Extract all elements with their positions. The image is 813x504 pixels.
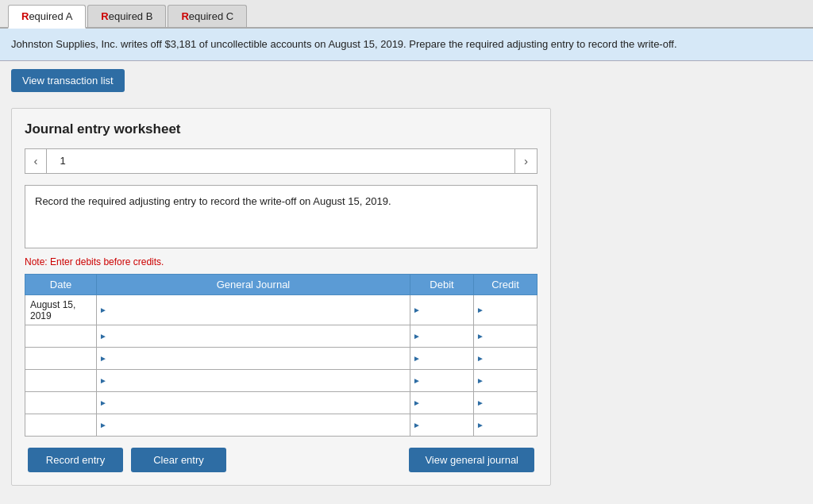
entry-description-box: Record the required adjusting entry to r… xyxy=(25,185,538,248)
nav-tab-spacer xyxy=(79,148,515,174)
credit-input-3[interactable] xyxy=(487,351,537,366)
debit-arrow-icon-2: ► xyxy=(410,332,423,340)
nav-row: ‹ 1 › xyxy=(25,148,538,174)
credit-arrow-icon-3: ► xyxy=(474,354,487,363)
worksheet-title: Journal entry worksheet xyxy=(25,121,538,137)
journal-arrow-icon-6: ► xyxy=(97,421,110,429)
entry-description-text: Record the required adjusting entry to r… xyxy=(35,195,391,207)
debit-arrow-icon-3: ► xyxy=(410,354,423,363)
date-cell-3 xyxy=(25,347,97,369)
journal-table: Date General Journal Debit Credit August… xyxy=(25,274,538,437)
journal-cell-4[interactable]: ► xyxy=(97,369,410,391)
debit-input-2[interactable] xyxy=(423,329,473,344)
journal-cell-5[interactable]: ► xyxy=(97,391,410,414)
debit-input-5[interactable] xyxy=(423,395,473,410)
debit-cell-1[interactable]: ► xyxy=(410,294,474,325)
worksheet-card: Journal entry worksheet ‹ 1 › Record the… xyxy=(11,108,551,486)
table-row: ► ► ► xyxy=(25,325,538,347)
table-row: August 15,2019 ► ► ► xyxy=(25,294,538,325)
credit-arrow-icon-1: ► xyxy=(474,306,487,314)
col-header-date: Date xyxy=(25,274,97,294)
credit-cell-3[interactable]: ► xyxy=(474,347,538,369)
debit-cell-2[interactable]: ► xyxy=(410,325,474,347)
table-row: ► ► ► xyxy=(25,369,538,391)
debit-arrow-icon-4: ► xyxy=(410,376,423,385)
credit-cell-1[interactable]: ► xyxy=(474,294,538,325)
debit-arrow-icon-5: ► xyxy=(410,398,423,407)
date-cell-6 xyxy=(25,414,97,436)
debit-input-4[interactable] xyxy=(423,373,473,388)
date-cell-5 xyxy=(25,391,97,414)
credit-arrow-icon-4: ► xyxy=(474,376,487,385)
tab-required-a[interactable]: Required A xyxy=(8,5,86,29)
date-cell-2 xyxy=(25,325,97,347)
credit-input-2[interactable] xyxy=(487,329,537,344)
credit-input-6[interactable] xyxy=(487,417,537,433)
journal-cell-3[interactable]: ► xyxy=(97,347,410,369)
debit-input-6[interactable] xyxy=(423,417,473,433)
next-page-button[interactable]: › xyxy=(515,148,538,174)
journal-arrow-icon-4: ► xyxy=(97,376,110,385)
credit-input-1[interactable] xyxy=(487,302,537,317)
journal-input-2[interactable] xyxy=(110,329,410,344)
prev-page-button[interactable]: ‹ xyxy=(25,148,47,174)
debit-cell-4[interactable]: ► xyxy=(410,369,474,391)
tab-a-red-letter: R xyxy=(21,10,29,22)
tab-b-red-letter: R xyxy=(101,10,108,22)
journal-input-5[interactable] xyxy=(110,395,410,410)
view-general-journal-button[interactable]: View general journal xyxy=(409,448,534,472)
clear-entry-button[interactable]: Clear entry xyxy=(131,448,226,472)
credit-input-4[interactable] xyxy=(487,373,537,388)
credit-cell-5[interactable]: ► xyxy=(474,391,538,414)
view-transaction-list-button[interactable]: View transaction list xyxy=(11,69,125,92)
col-header-general-journal: General Journal xyxy=(97,274,410,294)
journal-arrow-icon-5: ► xyxy=(97,398,110,407)
journal-input-1[interactable] xyxy=(110,302,410,317)
table-row: ► ► ► xyxy=(25,414,538,436)
journal-arrow-icon-1: ► xyxy=(97,306,110,314)
debit-input-1[interactable] xyxy=(423,302,473,317)
table-row: ► ► ► xyxy=(25,347,538,369)
note-text: Note: Enter debits before credits. xyxy=(25,256,538,267)
credit-arrow-icon-2: ► xyxy=(474,332,487,340)
table-row: ► ► ► xyxy=(25,391,538,414)
debit-arrow-icon-1: ► xyxy=(410,306,423,314)
credit-arrow-icon-5: ► xyxy=(474,398,487,407)
tab-a-label: equired A xyxy=(29,10,72,22)
credit-arrow-icon-6: ► xyxy=(474,421,487,429)
debit-arrow-icon-6: ► xyxy=(410,421,423,429)
debit-cell-6[interactable]: ► xyxy=(410,414,474,436)
journal-cell-1[interactable]: ► xyxy=(97,294,410,325)
tab-c-red-letter: R xyxy=(181,10,188,22)
journal-arrow-icon-2: ► xyxy=(97,332,110,340)
tab-required-c[interactable]: Required C xyxy=(168,5,247,27)
debit-input-3[interactable] xyxy=(423,351,473,366)
debit-cell-5[interactable]: ► xyxy=(410,391,474,414)
date-cell-1: August 15,2019 xyxy=(25,294,97,325)
journal-cell-2[interactable]: ► xyxy=(97,325,410,347)
tab-required-b[interactable]: Required B xyxy=(87,5,166,27)
record-entry-button[interactable]: Record entry xyxy=(28,448,123,472)
journal-input-3[interactable] xyxy=(110,351,410,366)
col-header-credit: Credit xyxy=(474,274,538,294)
problem-text: Johnston Supplies, Inc. writes off $3,18… xyxy=(11,38,677,50)
bottom-buttons: Record entry Clear entry View general jo… xyxy=(25,448,538,472)
problem-description: Johnston Supplies, Inc. writes off $3,18… xyxy=(0,29,813,61)
tab-b-label: equired B xyxy=(109,10,153,22)
tab-c-label: equired C xyxy=(189,10,233,22)
credit-input-5[interactable] xyxy=(487,395,537,410)
col-header-debit: Debit xyxy=(410,274,474,294)
tabs-bar: Required A Required B Required C xyxy=(0,0,813,29)
credit-cell-2[interactable]: ► xyxy=(474,325,538,347)
journal-cell-6[interactable]: ► xyxy=(97,414,410,436)
toolbar: View transaction list xyxy=(0,61,813,100)
debit-cell-3[interactable]: ► xyxy=(410,347,474,369)
journal-input-4[interactable] xyxy=(110,373,410,388)
date-cell-4 xyxy=(25,369,97,391)
credit-cell-4[interactable]: ► xyxy=(474,369,538,391)
journal-arrow-icon-3: ► xyxy=(97,354,110,363)
credit-cell-6[interactable]: ► xyxy=(474,414,538,436)
page-number: 1 xyxy=(47,148,79,174)
journal-input-6[interactable] xyxy=(110,417,410,433)
